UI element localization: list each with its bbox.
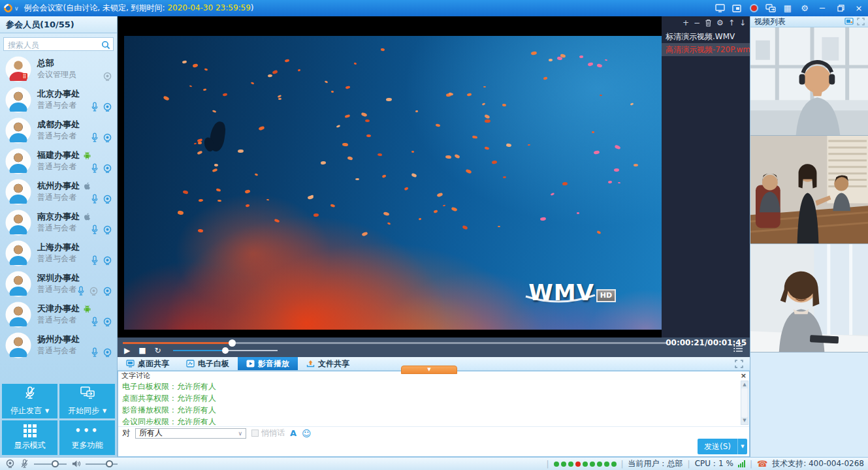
close-button[interactable]: × <box>850 0 868 16</box>
webcam-icon[interactable] <box>103 317 112 327</box>
video-thumbnail-3[interactable] <box>750 244 868 352</box>
record-icon[interactable] <box>745 0 762 16</box>
playlist-add-icon[interactable]: + <box>683 19 689 27</box>
mic-volume-handle[interactable] <box>52 460 59 467</box>
webcam-icon[interactable] <box>103 164 112 174</box>
settings-gear-icon[interactable]: ⚙ <box>796 0 813 16</box>
remote-desktop-icon[interactable] <box>711 0 728 16</box>
mic-muted-status-icon[interactable] <box>20 459 29 469</box>
tab-file-share[interactable]: 文件共享 <box>298 357 358 370</box>
more-functions-button[interactable]: ••• 更多功能 <box>59 420 115 455</box>
participant-avatar <box>5 240 31 266</box>
search-box <box>3 37 114 51</box>
scroll-down-icon[interactable]: ▼ <box>741 417 748 424</box>
player-volume-handle[interactable] <box>222 347 229 354</box>
microphone-icon[interactable] <box>91 255 99 266</box>
whisper-checkbox[interactable] <box>251 430 259 437</box>
video-thumbnail-2[interactable] <box>750 136 868 244</box>
webcam-status-icon[interactable] <box>5 459 15 469</box>
send-options-caret[interactable]: ▼ <box>737 439 747 454</box>
scroll-up-icon[interactable]: ▲ <box>741 381 748 388</box>
tab-media-playback[interactable]: 影音播放 <box>238 357 298 370</box>
participant-row[interactable]: 深圳办事处 普通与会者 <box>0 269 117 300</box>
app-menu[interactable]: ∨ <box>0 4 22 12</box>
emoji-button[interactable]: ☺ <box>302 429 312 438</box>
playlist-move-down-icon[interactable]: ↓ <box>739 19 746 27</box>
wmv-hd-watermark: WMV HD <box>528 283 616 302</box>
webcam-icon-inactive[interactable] <box>89 287 99 296</box>
expand-panel-icon[interactable] <box>857 18 865 25</box>
recipient-select[interactable]: 所有人 ∨ <box>135 428 246 439</box>
stop-button[interactable]: ■ <box>138 346 146 355</box>
participant-row[interactable]: 福建办事处 普通与会者 <box>0 146 117 177</box>
send-button[interactable]: 发送(S) <box>698 439 737 454</box>
webcam-icon[interactable] <box>103 348 112 358</box>
search-icon[interactable] <box>101 40 110 52</box>
video-frame[interactable]: WMV HD <box>124 36 662 330</box>
microphone-icon[interactable] <box>77 286 85 296</box>
whisper-option[interactable]: 悄悄话 <box>251 428 285 439</box>
signal-strength-icon <box>738 460 745 467</box>
participant-row[interactable]: 天津办事处 普通与会者 <box>0 300 117 330</box>
seek-bar[interactable] <box>123 342 667 344</box>
webcam-icon[interactable] <box>103 225 112 235</box>
playlist-remove-icon[interactable]: − <box>694 19 700 27</box>
speaker-icon[interactable] <box>72 460 80 468</box>
webcam-icon[interactable] <box>103 256 112 266</box>
playlist-item[interactable]: 高清演示视频-720P.wmv删除 <box>662 43 750 56</box>
microphone-icon[interactable] <box>91 102 99 112</box>
playlist-move-up-icon[interactable]: ↑ <box>728 19 735 27</box>
speaker-volume-slider[interactable] <box>86 463 118 465</box>
font-button[interactable]: A <box>290 428 297 438</box>
start-sync-button[interactable]: 开始同步▼ <box>59 384 115 418</box>
display-mode-button[interactable]: 显示模式 <box>2 420 57 455</box>
microphone-icon[interactable] <box>91 163 99 174</box>
participant-row[interactable]: 扬州办事处 普通与会者 <box>0 330 117 361</box>
webcam-icon[interactable] <box>103 133 112 143</box>
video-thumbnail-1[interactable] <box>750 27 868 136</box>
webcam-icon[interactable] <box>103 195 112 204</box>
player-volume-slider[interactable] <box>173 350 278 351</box>
video-window-icon[interactable] <box>844 18 854 25</box>
microphone-icon[interactable] <box>91 133 99 143</box>
mic-volume-slider[interactable] <box>34 463 67 465</box>
hd-badge: HD <box>596 289 616 302</box>
participant-role: 会议管理员 <box>37 69 76 80</box>
tab-desktop-share[interactable]: 桌面共享 <box>118 357 178 370</box>
chat-input-area[interactable]: 发送(S) ▼ <box>118 439 749 456</box>
stop-speaking-button[interactable]: 停止发言▼ <box>2 384 57 418</box>
participant-row[interactable]: 北京办事处 普通与会者 <box>0 85 117 116</box>
playlist-trash-icon[interactable] <box>705 19 712 27</box>
participants-list: 总部 会议管理员 北京办事处 普通与会者 <box>0 54 117 361</box>
participant-row[interactable]: 杭州办事处 普通与会者 <box>0 177 117 208</box>
participant-row[interactable]: 上海办事处 普通与会者 <box>0 238 117 269</box>
participant-row[interactable]: 总部 会议管理员 <box>0 54 117 85</box>
microphone-icon[interactable] <box>91 347 99 358</box>
chat-close-icon[interactable]: × <box>741 371 747 380</box>
microphone-icon[interactable] <box>91 225 99 235</box>
webcam-icon-inactive[interactable] <box>103 72 112 82</box>
webcam-icon[interactable] <box>103 287 112 296</box>
screen-share-icon[interactable] <box>762 0 779 16</box>
minimize-button[interactable]: ─ <box>813 0 831 16</box>
participant-row[interactable]: 南京办事处 普通与会者 <box>0 208 117 238</box>
replay-button[interactable]: ↻ <box>155 346 161 355</box>
microphone-icon[interactable] <box>91 317 99 327</box>
participant-row[interactable]: 成都办事处 普通与会者 <box>0 116 117 146</box>
maximize-button[interactable] <box>831 0 850 16</box>
play-button[interactable]: ▶ <box>124 346 130 355</box>
fullscreen-icon[interactable] <box>735 360 743 368</box>
panel-collapse-handle[interactable]: ▼ <box>401 366 457 374</box>
webcam-icon[interactable] <box>103 102 112 112</box>
chat-scrollbar[interactable]: ▲ ▼ <box>741 381 748 425</box>
playlist-toggle-icon[interactable] <box>733 343 743 355</box>
playlist-item[interactable]: 标清演示视频.WMV <box>662 30 750 43</box>
window-layout-icon[interactable] <box>728 0 745 16</box>
playlist-settings-icon[interactable]: ⚙ <box>716 19 724 27</box>
seek-handle[interactable] <box>229 339 236 347</box>
search-input[interactable] <box>4 39 113 52</box>
microphone-icon[interactable] <box>91 194 99 204</box>
apps-grid-icon[interactable]: ▦ <box>779 0 796 16</box>
speaker-volume-handle[interactable] <box>106 460 113 467</box>
tab-whiteboard[interactable]: 电子白板 <box>178 357 238 370</box>
